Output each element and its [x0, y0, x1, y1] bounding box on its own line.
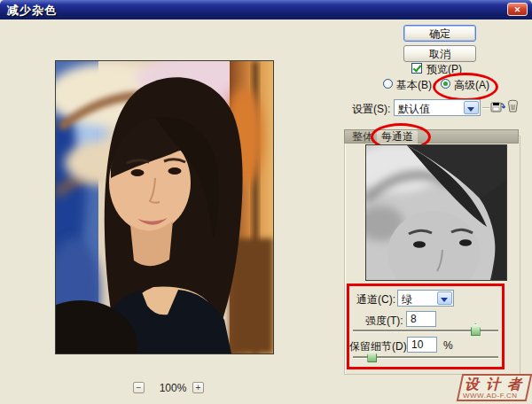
ok-button[interactable]: 确定 [403, 25, 476, 42]
save-settings-button[interactable] [489, 100, 505, 114]
check-icon [413, 63, 422, 72]
portrait-photo [56, 61, 273, 354]
trash-icon [507, 99, 519, 113]
zoom-in-button[interactable]: + [192, 382, 204, 393]
channel-portrait [366, 145, 506, 280]
strength-slider[interactable] [353, 330, 498, 332]
delete-settings-button[interactable] [506, 99, 519, 113]
settings-label: 设置(S): [352, 102, 390, 117]
preserve-details-input[interactable] [407, 337, 437, 353]
save-settings-icon [490, 100, 505, 113]
strength-input[interactable] [406, 311, 436, 327]
window-titlebar[interactable]: 减少杂色 ✕ [0, 0, 532, 19]
settings-select[interactable]: 默认值 [394, 99, 481, 116]
preview-checkbox-label: 预览(P) [426, 62, 462, 77]
channel-select-value: 绿 [402, 292, 412, 307]
window-title: 减少杂色 [7, 3, 57, 19]
preserve-details-label: 保留细节(D): [349, 339, 410, 354]
channel-label: 通道(C): [356, 292, 395, 307]
channel-select[interactable]: 绿 [397, 290, 454, 307]
preserve-details-unit: % [443, 339, 453, 352]
strength-label: 强度(T): [365, 314, 403, 329]
cancel-button[interactable]: 取消 [403, 45, 476, 62]
reduce-noise-dialog: 减少杂色 ✕ [0, 0, 532, 404]
close-icon: ✕ [514, 5, 521, 14]
advanced-radio[interactable] [441, 79, 450, 89]
settings-select-value: 默认值 [398, 102, 430, 117]
tab-per-channel[interactable]: 每通道 [377, 130, 418, 144]
tab-overall[interactable]: 整体 [348, 130, 378, 144]
zoom-level: 100% [153, 382, 193, 394]
advanced-radio-label: 高级(A) [454, 78, 489, 93]
basic-radio-label: 基本(B) [396, 78, 432, 93]
basic-radio[interactable] [383, 79, 393, 89]
channel-preview-image[interactable] [365, 144, 507, 281]
preserve-details-slider[interactable] [353, 356, 498, 359]
zoom-out-button[interactable]: − [133, 382, 145, 393]
chevron-down-icon[interactable] [464, 101, 479, 114]
main-preview-image[interactable] [55, 60, 274, 354]
tab-strip: 整体 每通道 [344, 129, 519, 144]
divider [482, 107, 489, 108]
watermark: 设计者 WWW.AD-F.CN [457, 374, 532, 401]
radio-dot-icon [443, 82, 448, 86]
chevron-down-icon[interactable] [437, 291, 452, 305]
close-button[interactable]: ✕ [507, 3, 528, 16]
preview-checkbox[interactable] [411, 63, 422, 74]
watermark-site: WWW.AD-F.CN [463, 392, 518, 400]
